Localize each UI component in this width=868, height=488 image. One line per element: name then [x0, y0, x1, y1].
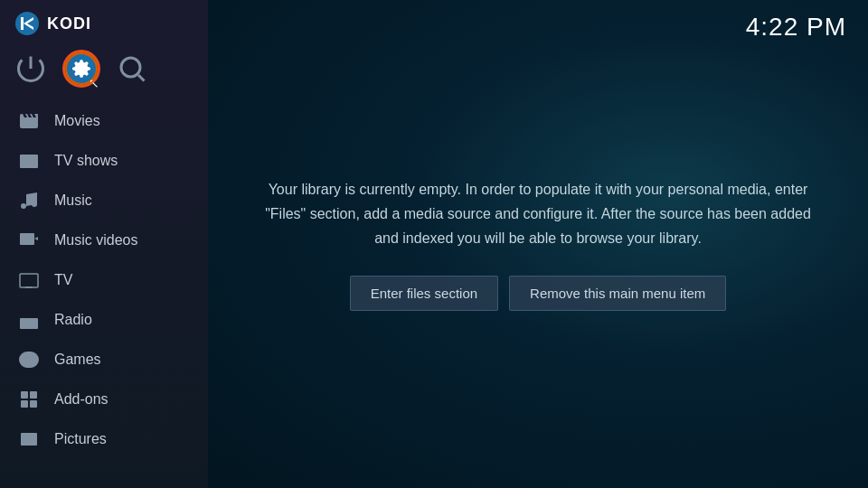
movies-label: Movies — [54, 113, 100, 129]
games-label: Games — [54, 352, 101, 368]
sidebar: KODI ↖ — [0, 0, 208, 488]
svg-rect-9 — [20, 274, 38, 287]
top-icons-bar: ↖ — [0, 47, 208, 98]
tv-shows-label: TV shows — [54, 153, 118, 169]
pictures-label: Pictures — [54, 431, 107, 447]
nav-menu: Movies TV shows Music — [0, 98, 208, 488]
remove-menu-item-button[interactable]: Remove this main menu item — [509, 276, 726, 311]
settings-button[interactable]: ↖ — [65, 52, 98, 85]
svg-point-11 — [22, 322, 25, 325]
sidebar-item-radio[interactable]: Radio — [0, 300, 208, 340]
kodi-logo-text: KODI — [47, 14, 91, 33]
music-label: Music — [54, 192, 92, 209]
svg-rect-5 — [20, 155, 38, 168]
sidebar-item-add-ons[interactable]: Add-ons — [0, 380, 208, 419]
radio-label: Radio — [54, 312, 92, 328]
svg-rect-16 — [30, 391, 37, 399]
pictures-icon — [18, 428, 40, 450]
power-button[interactable] — [14, 52, 47, 85]
svg-rect-18 — [30, 400, 37, 408]
sidebar-item-games[interactable]: Games — [0, 340, 208, 380]
library-message: Your library is currently empty. In orde… — [262, 177, 814, 251]
svg-rect-17 — [21, 400, 28, 408]
svg-point-4 — [121, 58, 140, 77]
movies-icon — [18, 110, 40, 132]
svg-point-6 — [21, 203, 26, 209]
sidebar-header: KODI — [0, 0, 208, 47]
main-content: 4:22 PM Your library is currently empty.… — [208, 0, 868, 488]
svg-rect-15 — [21, 391, 28, 399]
svg-rect-2 — [21, 17, 24, 30]
games-icon — [18, 349, 40, 371]
sidebar-item-pictures[interactable]: Pictures — [0, 419, 208, 459]
svg-point-7 — [32, 202, 37, 207]
sidebar-item-music[interactable]: Music — [0, 181, 208, 221]
svg-rect-12 — [28, 321, 34, 323]
tv-shows-icon — [18, 150, 40, 172]
tv-icon — [18, 269, 40, 291]
sidebar-item-movies[interactable]: Movies — [0, 101, 208, 141]
tv-label: TV — [54, 272, 72, 288]
svg-rect-8 — [20, 233, 34, 245]
svg-point-20 — [24, 436, 27, 439]
action-buttons: Enter files section Remove this main men… — [350, 276, 727, 311]
kodi-logo-icon — [14, 11, 40, 36]
add-ons-label: Add-ons — [54, 391, 108, 408]
search-button[interactable] — [116, 52, 148, 85]
add-ons-icon — [18, 389, 40, 410]
music-icon — [18, 190, 40, 211]
sidebar-item-music-videos[interactable]: Music videos — [0, 221, 208, 260]
sidebar-item-tv[interactable]: TV — [0, 260, 208, 300]
settings-active-border — [62, 50, 100, 88]
center-area: Your library is currently empty. In orde… — [208, 0, 868, 488]
enter-files-button[interactable]: Enter files section — [350, 276, 498, 311]
radio-icon — [18, 309, 40, 331]
svg-point-14 — [33, 360, 34, 361]
music-videos-icon — [18, 230, 40, 251]
sidebar-item-tv-shows[interactable]: TV shows — [0, 141, 208, 181]
svg-rect-13 — [28, 324, 32, 326]
music-videos-label: Music videos — [54, 232, 137, 249]
time-display: 4:22 PM — [746, 13, 846, 42]
kodi-logo: KODI — [14, 11, 91, 36]
